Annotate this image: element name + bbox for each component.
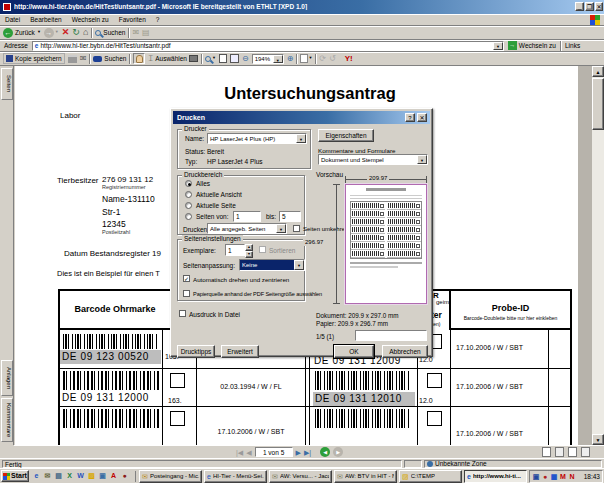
- paper-source-checkbox[interactable]: [183, 290, 190, 297]
- stop-icon[interactable]: ✕: [62, 27, 70, 37]
- previous-view-icon[interactable]: ◀: [320, 447, 330, 457]
- search-button[interactable]: Suchen: [95, 29, 125, 36]
- advanced-button[interactable]: Erweitert: [221, 345, 259, 358]
- ie-quicklaunch-icon[interactable]: e: [32, 471, 41, 481]
- start-button[interactable]: Start: [1, 470, 29, 482]
- acrobat-quicklaunch-icon[interactable]: A: [109, 471, 118, 481]
- create-pdf-button[interactable]: ▼: [300, 54, 312, 63]
- first-page-icon[interactable]: |◀: [236, 447, 243, 458]
- yahoo-icon[interactable]: Y!: [345, 54, 353, 63]
- radio-all-pages[interactable]: [185, 180, 192, 187]
- close-button[interactable]: ✕: [595, 2, 603, 11]
- print-to-file-checkbox[interactable]: [179, 310, 186, 317]
- display-tray-icon[interactable]: ▣: [532, 472, 540, 481]
- taskbar-task-button[interactable]: ✉Posteingang - Mic...: [139, 470, 202, 483]
- go-button[interactable]: → Wechseln zu: [504, 41, 560, 50]
- tab-seiten[interactable]: Seiten: [1, 68, 13, 100]
- reverse-pages-checkbox[interactable]: [293, 225, 300, 232]
- taskbar-task-button[interactable]: eHI-Tier - Menü-Sei...: [204, 470, 267, 483]
- rotate-icon[interactable]: ⟳: [319, 54, 326, 63]
- netscape-tray-icon[interactable]: N: [568, 472, 576, 481]
- comments-forms-combo[interactable]: Dokument und Stempel ▼: [318, 154, 428, 165]
- continuous-icon[interactable]: [555, 447, 564, 457]
- maximize-button[interactable]: ❐: [585, 2, 594, 11]
- last-page-icon[interactable]: ▶|: [304, 447, 311, 458]
- home-icon[interactable]: ⌂: [83, 27, 88, 37]
- spinner-down-icon[interactable]: ▼: [245, 251, 253, 258]
- zoom-level-combo[interactable]: 194% ▼: [252, 54, 284, 64]
- scaling-combo[interactable]: Keine ▼: [239, 259, 305, 271]
- page-from-input[interactable]: 1: [233, 211, 261, 222]
- history-icon[interactable]: ✉: [132, 28, 139, 37]
- app-tray-icon[interactable]: ▦: [550, 472, 558, 481]
- properties-button[interactable]: Eigenschaften: [318, 129, 374, 142]
- desktop-quicklaunch-icon[interactable]: ▤: [54, 471, 63, 481]
- next-page-icon[interactable]: ▶: [296, 447, 301, 458]
- pdf-search-button[interactable]: Suchen: [93, 55, 126, 62]
- hand-tool-button[interactable]: [133, 53, 145, 64]
- actual-size-icon[interactable]: [219, 54, 227, 63]
- continuous-facing-icon[interactable]: [581, 447, 590, 457]
- spinner-up-icon[interactable]: ▲: [245, 244, 253, 251]
- links-label[interactable]: Links: [561, 42, 584, 49]
- address-dropdown-button[interactable]: ▼: [493, 42, 503, 50]
- taskbar-task-button[interactable]: ▨C:\TEMP: [399, 470, 462, 483]
- printer-name-combo[interactable]: HP LaserJet 4 Plus (HP) ▼: [207, 133, 307, 144]
- forward-button[interactable]: → ▼: [44, 28, 59, 38]
- dialog-close-button[interactable]: ✕: [417, 113, 427, 122]
- copies-spinner[interactable]: ▲ ▼: [245, 244, 253, 256]
- menu-hilfe[interactable]: ?: [151, 16, 165, 23]
- taskbar-task-button[interactable]: ✉AW: Versu... - Jaco...: [269, 470, 332, 483]
- back-button[interactable]: ← Zurück ▼: [3, 28, 41, 38]
- zoom-in-tool-button[interactable]: ▼: [205, 56, 216, 62]
- page-to-input[interactable]: 5: [279, 211, 301, 222]
- address-input[interactable]: e http://www.hi-tier.bybn.de/HitTest/unt…: [32, 41, 504, 51]
- taskbar-task-button[interactable]: ehttp://www.hi-ti...: [464, 470, 527, 483]
- dialog-help-button[interactable]: ?: [405, 113, 415, 122]
- email-icon[interactable]: ✉: [80, 54, 87, 63]
- mail-quicklaunch-icon[interactable]: ✉: [43, 471, 52, 481]
- zoom-out-button[interactable]: ⊖: [242, 54, 249, 63]
- collate-checkbox[interactable]: [259, 246, 266, 253]
- tab-kommentare[interactable]: Kommentare: [1, 398, 13, 442]
- copies-input[interactable]: 1: [225, 244, 245, 256]
- scroll-up-arrow[interactable]: ▲: [592, 66, 604, 77]
- previous-page-icon[interactable]: ◀: [246, 447, 251, 458]
- fit-width-icon[interactable]: [230, 54, 239, 63]
- cancel-button[interactable]: Abbrechen: [382, 345, 428, 358]
- select-tool-button[interactable]: ⌶ Auswählen: [148, 54, 198, 63]
- word-quicklaunch-icon[interactable]: W: [76, 471, 85, 481]
- previous-view-toolbar-icon[interactable]: ↺: [329, 54, 336, 63]
- print-tips-button[interactable]: Drucktipps: [177, 345, 215, 358]
- print-what-combo[interactable]: Alle angegeb. Seiten ▼: [207, 223, 287, 234]
- vertical-scrollbar[interactable]: ▲ ▼: [592, 66, 604, 445]
- scrollbar-thumb[interactable]: [592, 78, 604, 130]
- page-indicator[interactable]: 1 von 5: [255, 447, 293, 457]
- ok-button[interactable]: OK: [334, 345, 374, 358]
- refresh-icon[interactable]: ↻: [72, 27, 80, 37]
- radio-current-page[interactable]: [185, 202, 192, 209]
- single-page-icon[interactable]: [542, 447, 551, 457]
- autorotate-checkbox[interactable]: ✓: [183, 275, 190, 282]
- preview-page-slider[interactable]: [355, 330, 427, 341]
- security-tray-icon[interactable]: ●: [541, 472, 549, 481]
- menu-bearbeiten[interactable]: Bearbeiten: [25, 16, 66, 23]
- next-view-icon[interactable]: ▶: [333, 447, 343, 457]
- scroll-down-arrow[interactable]: ▼: [592, 434, 604, 445]
- radio-current-view[interactable]: [185, 191, 192, 198]
- menu-favoriten[interactable]: Favoriten: [114, 16, 151, 23]
- facing-icon[interactable]: [568, 447, 577, 457]
- zoom-in-button[interactable]: ⊕: [287, 54, 294, 63]
- save-copy-button[interactable]: Kopie speichern: [3, 53, 65, 64]
- menu-wechseln-zu[interactable]: Wechseln zu: [67, 16, 114, 23]
- folder-quicklaunch-icon[interactable]: ▨: [87, 471, 96, 481]
- tab-anlagen[interactable]: Anlagen: [1, 360, 13, 396]
- print-icon[interactable]: [68, 55, 77, 63]
- excel-quicklaunch-icon[interactable]: X: [65, 471, 74, 481]
- minimize-button[interactable]: _: [575, 2, 584, 11]
- print-page-icon[interactable]: ▤: [142, 28, 150, 37]
- media-quicklaunch-icon[interactable]: ●: [120, 471, 129, 481]
- notes-quicklaunch-icon[interactable]: ▣: [98, 471, 107, 481]
- mcafee-tray-icon[interactable]: M: [559, 472, 567, 481]
- taskbar-task-button[interactable]: ✉AW: BTV in HIT - N...: [334, 470, 397, 483]
